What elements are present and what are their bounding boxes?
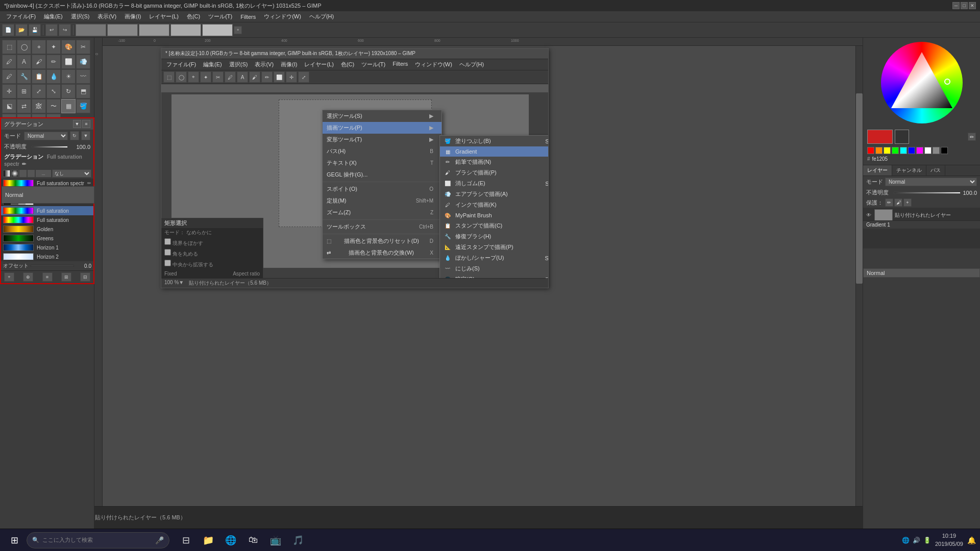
inner-tb-7[interactable]: A <box>237 71 248 83</box>
protect-alpha[interactable]: ✏ <box>885 198 893 207</box>
inner-tb-6[interactable]: 🖊 <box>225 71 236 83</box>
ctx-item-paths[interactable]: パス(H) B <box>323 145 442 157</box>
color-wheel[interactable] <box>881 42 963 123</box>
speaker-icon[interactable]: 🔊 <box>913 537 920 544</box>
protect-position[interactable]: + <box>903 198 912 207</box>
tool-pencil[interactable]: ✏ <box>46 55 61 69</box>
tool-eraser[interactable]: ⬜ <box>61 55 76 69</box>
swatch-blue[interactable] <box>908 147 915 154</box>
layer-opacity-slider[interactable] <box>894 192 961 194</box>
notification-icon[interactable]: 🔔 <box>967 536 976 544</box>
gradient-item-horizon1[interactable]: Horizon 1 <box>1 243 93 252</box>
gradient-item-full-sat[interactable]: Full saturation <box>1 206 93 215</box>
inner-menu-filters[interactable]: Filters <box>389 60 411 69</box>
inner-menu-help[interactable]: ヘルプ(H) <box>456 60 487 69</box>
tool-align[interactable]: ⊞ <box>17 84 31 98</box>
gradient-type-3[interactable] <box>19 170 27 177</box>
offset-slider[interactable] <box>31 265 74 267</box>
ctx-item-swap-colors[interactable]: ⇄ 描画色と背景色の交換(W) X <box>323 247 442 259</box>
inner-tb-5[interactable]: ✂ <box>212 71 224 83</box>
mode-btn1[interactable]: ↻ <box>70 131 79 140</box>
gradient-type-radial[interactable] <box>11 170 18 177</box>
inner-tb-3[interactable]: ⌖ <box>188 71 199 83</box>
canvas-container[interactable]: 選択ツール(S) ▶ 描画ツール(P) ▶ 変形ツール(T) ▶ パス(H) B… <box>161 84 548 278</box>
submenu-clone[interactable]: 📋 スタンプで描画(C) C <box>440 220 548 231</box>
swatch-gray[interactable] <box>933 147 940 154</box>
inner-tb-9[interactable]: ✏ <box>261 71 273 83</box>
taskbar-app-view[interactable]: ⊟ <box>176 530 196 550</box>
tab-layers[interactable]: レイヤー <box>863 165 892 176</box>
menu-image[interactable]: 画像(I) <box>120 12 145 21</box>
ctx-item-measure[interactable]: 定規(M) Shift+M <box>323 195 442 207</box>
inner-tb-12[interactable]: ⤢ <box>298 71 309 83</box>
tool-dodge[interactable]: ☀ <box>61 69 76 84</box>
inner-tb-8[interactable]: 🖌 <box>249 71 260 83</box>
new-button[interactable]: 📄 <box>2 24 14 36</box>
ctx-item-draw-tools[interactable]: 描画ツール(P) ▶ <box>323 122 442 134</box>
tool-free-select[interactable]: ⌖ <box>32 40 46 54</box>
tab-paths[interactable]: パス <box>926 165 945 176</box>
submenu-mypaint[interactable]: 🎨 MyPaint Brush Y <box>440 210 548 220</box>
inner-tb-11[interactable]: ✛ <box>286 71 297 83</box>
gradient-new-button[interactable]: + <box>4 272 14 282</box>
tool-text[interactable]: A <box>17 55 31 69</box>
layer-eye-icon[interactable]: 👁 <box>866 212 872 218</box>
submenu-perspective-clone[interactable]: 📐 遠近スタンプで描画(P) <box>440 242 548 253</box>
submenu-gradient[interactable]: ▦ Gradient G <box>440 146 548 157</box>
taskbar-app-chrome[interactable]: 🌐 <box>220 530 241 550</box>
submenu-ink[interactable]: 🖊 インクで描画(K) K <box>440 199 548 210</box>
tool-rect-select[interactable]: ⬚ <box>2 40 16 54</box>
tool-shear[interactable]: ⬒ <box>76 84 90 98</box>
tool-blur[interactable]: 💧 <box>46 69 61 84</box>
gradient-item-golden[interactable]: Golden <box>1 224 93 234</box>
gradient-edit-btn[interactable]: ✏ <box>87 181 91 186</box>
gradient-copy-button[interactable]: ⊕ <box>23 272 33 282</box>
gradient-type-4[interactable] <box>28 170 35 177</box>
ctx-item-select-tools[interactable]: 選択ツール(S) ▶ <box>323 110 442 122</box>
swatch-white[interactable] <box>924 147 932 154</box>
menu-help[interactable]: ヘルプ(H) <box>305 12 338 21</box>
tool-rotate[interactable]: ↻ <box>61 84 76 98</box>
submenu-eraser[interactable]: ⬜ 消しゴム(E) Shift+E <box>440 178 548 189</box>
gradient-grid-view[interactable]: ⊞ <box>61 272 71 282</box>
submenu-fill[interactable]: 🪣 塗りつぶし(B) Shift+B <box>440 136 548 146</box>
submenu-brush[interactable]: 🖌 ブラシで描画(P) <box>440 167 548 178</box>
submenu-pencil[interactable]: ✏ 鉛筆で描画(N) <box>440 157 548 167</box>
menu-file[interactable]: ファイル(F) <box>2 12 40 21</box>
gradient-large-view[interactable]: ⊟ <box>80 272 90 282</box>
save-button[interactable]: 💾 <box>29 24 41 36</box>
tool-perspective[interactable]: ⬕ <box>2 99 16 113</box>
redo-button[interactable]: ↪ <box>59 24 71 36</box>
menu-color[interactable]: 色(C) <box>183 12 204 21</box>
vscroll-thumb[interactable] <box>856 93 863 284</box>
tool-smudge[interactable]: 〰 <box>76 69 90 84</box>
tab-channels[interactable]: チャンネル <box>892 165 926 176</box>
inner-tb-10[interactable]: ⬜ <box>274 71 285 83</box>
ctx-item-transform-tools[interactable]: 変形ツール(T) ▶ <box>323 134 442 145</box>
tool-flip[interactable]: ⇄ <box>17 99 31 113</box>
tool-paths[interactable]: 🖊 <box>2 55 16 69</box>
taskbar-app-folder[interactable]: 📁 <box>198 530 218 550</box>
right-background-color[interactable] <box>895 130 909 144</box>
swatch-green[interactable] <box>892 147 899 154</box>
submenu-darkroom[interactable]: 🌑 暗室(G) Shift+D <box>440 274 548 278</box>
maximize-button[interactable]: □ <box>961 2 968 9</box>
battery-icon[interactable]: 🔋 <box>923 537 931 544</box>
menu-layer[interactable]: レイヤー(L) <box>145 12 182 21</box>
layer-mode-select[interactable]: Normal <box>885 178 977 186</box>
inner-menu-view[interactable]: 表示(V) <box>252 60 277 69</box>
tool-heal[interactable]: 🔧 <box>17 69 31 84</box>
vertical-scrollbar[interactable] <box>855 46 863 521</box>
panel-config-button[interactable]: ≡ <box>82 120 90 128</box>
tool-warp[interactable]: 〜 <box>46 99 61 113</box>
menu-tool[interactable]: ツール(T) <box>204 12 236 21</box>
menu-edit[interactable]: 編集(E) <box>40 12 67 21</box>
inner-tb-2[interactable]: ◯ <box>176 71 187 83</box>
submenu-heal[interactable]: 🔧 修復ブラシ(H) H <box>440 231 548 242</box>
taskbar-app-5[interactable]: 🎵 <box>288 530 308 550</box>
inner-menu-layer[interactable]: レイヤー(L) <box>301 60 336 69</box>
panel-collapse-button[interactable]: ▼ <box>73 120 81 128</box>
menu-select[interactable]: 選択(S) <box>67 12 94 21</box>
protect-paint[interactable]: 🖌 <box>894 198 902 207</box>
swatch-red[interactable] <box>867 147 874 154</box>
